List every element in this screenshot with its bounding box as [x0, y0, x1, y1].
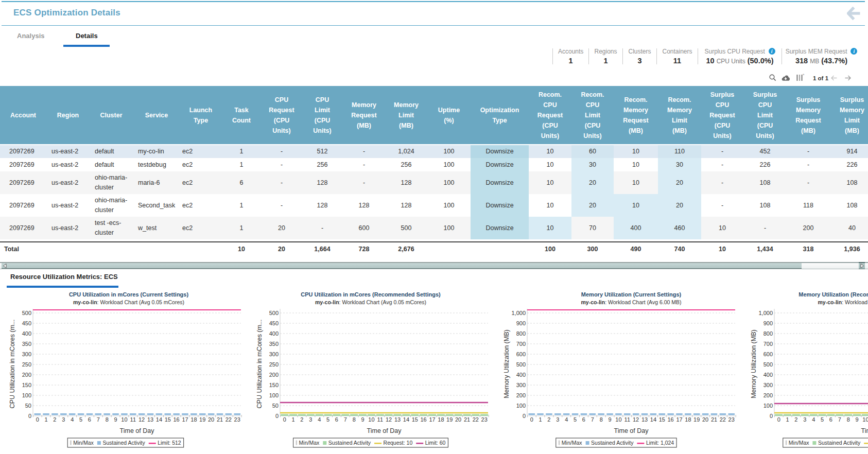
svg-text:1: 1 [45, 416, 48, 423]
svg-text:Sustained Activity: Sustained Activity [102, 440, 145, 446]
svg-text:19: 19 [693, 416, 700, 423]
svg-text:3: 3 [62, 416, 65, 423]
svg-text:500: 500 [269, 310, 279, 316]
svg-text:9: 9 [608, 416, 611, 423]
svg-text:19: 19 [446, 416, 453, 423]
svg-text:11: 11 [377, 416, 383, 423]
svg-text:7: 7 [591, 416, 594, 423]
svg-text:300: 300 [269, 351, 279, 357]
svg-text:21: 21 [464, 416, 470, 423]
svg-text:300: 300 [22, 351, 31, 357]
svg-text:13: 13 [394, 416, 401, 423]
svg-text:Sustained Activity: Sustained Activity [591, 440, 634, 446]
svg-text:2: 2 [547, 416, 550, 423]
svg-text:17: 17 [429, 416, 435, 423]
svg-text:16: 16 [667, 416, 673, 423]
svg-text:Time of Day: Time of Day [367, 427, 402, 434]
svg-text:20: 20 [208, 416, 214, 423]
svg-text:600: 600 [516, 351, 526, 357]
svg-text:800: 800 [763, 330, 773, 337]
svg-text:Memory Utilization (MB): Memory Utilization (MB) [503, 329, 510, 398]
svg-text:7: 7 [838, 416, 841, 423]
svg-text:450: 450 [269, 320, 279, 326]
svg-text:7: 7 [97, 416, 100, 423]
svg-text:9: 9 [855, 416, 858, 423]
svg-text:5: 5 [79, 416, 82, 423]
svg-text:600: 600 [763, 351, 773, 357]
svg-text:900: 900 [763, 320, 773, 326]
svg-text:Request: 10: Request: 10 [384, 440, 413, 446]
svg-text:350: 350 [269, 341, 279, 347]
svg-text:my-co-lin: Workload Chart (Avg: my-co-lin: Workload Chart (Avg 0.05 mCor… [73, 299, 184, 305]
svg-text:11: 11 [624, 416, 630, 423]
svg-text:15: 15 [412, 416, 418, 423]
svg-text:400: 400 [269, 330, 279, 337]
svg-text:8: 8 [106, 416, 109, 423]
svg-text:Min/Max: Min/Max [299, 440, 320, 446]
svg-text:4: 4 [812, 416, 815, 423]
svg-text:100: 100 [269, 392, 279, 398]
svg-text:50: 50 [272, 403, 279, 409]
svg-text:1: 1 [292, 416, 295, 423]
svg-text:2: 2 [794, 416, 797, 423]
svg-text:5: 5 [821, 416, 824, 423]
svg-text:10: 10 [368, 416, 374, 423]
svg-text:Limit: 60: Limit: 60 [425, 440, 446, 446]
svg-text:1: 1 [539, 416, 542, 423]
svg-text:500: 500 [22, 310, 31, 316]
svg-text:700: 700 [516, 341, 526, 347]
svg-text:21: 21 [217, 416, 223, 423]
svg-text:0: 0 [777, 416, 780, 423]
svg-text:12: 12 [138, 416, 145, 423]
svg-text:CPU Utilization in mCores (Rec: CPU Utilization in mCores (Recommended S… [301, 291, 441, 298]
svg-text:22: 22 [225, 416, 232, 423]
svg-text:16: 16 [420, 416, 426, 423]
svg-text:23: 23 [234, 416, 240, 423]
svg-text:8: 8 [847, 416, 850, 423]
svg-text:20: 20 [702, 416, 708, 423]
svg-text:Min/Max: Min/Max [73, 440, 94, 446]
svg-text:7: 7 [344, 416, 347, 423]
svg-text:18: 18 [190, 416, 197, 423]
svg-text:0: 0 [28, 413, 31, 419]
svg-text:15: 15 [165, 416, 171, 423]
svg-text:4: 4 [318, 416, 321, 423]
svg-text:2: 2 [53, 416, 56, 423]
svg-text:12: 12 [633, 416, 639, 423]
svg-text:8: 8 [353, 416, 356, 423]
svg-text:400: 400 [22, 330, 31, 337]
svg-text:200: 200 [22, 372, 31, 378]
svg-text:300: 300 [763, 382, 773, 388]
svg-text:12: 12 [386, 416, 392, 423]
svg-text:0: 0 [770, 413, 773, 419]
svg-text:500: 500 [763, 361, 773, 368]
svg-text:10: 10 [121, 416, 127, 423]
svg-text:0: 0 [36, 416, 39, 423]
svg-text:21: 21 [711, 416, 717, 423]
svg-text:13: 13 [641, 416, 648, 423]
svg-text:Limit: 512: Limit: 512 [158, 440, 181, 446]
svg-text:10: 10 [615, 416, 621, 423]
svg-text:0: 0 [283, 416, 286, 423]
svg-text:22: 22 [720, 416, 726, 423]
svg-text:14: 14 [156, 416, 162, 423]
svg-text:500: 500 [516, 361, 526, 368]
svg-text:10: 10 [862, 416, 868, 423]
svg-text:1,000: 1,000 [758, 310, 773, 316]
svg-text:my-co-lin: Workload Chart (Avg: my-co-lin: Workload Chart (Avg 6.00 MB) [581, 299, 681, 305]
svg-text:0: 0 [275, 413, 279, 419]
svg-text:8: 8 [600, 416, 603, 423]
svg-text:17: 17 [182, 416, 188, 423]
svg-text:Time of Day: Time of Day [120, 427, 155, 434]
svg-text:Memory Utilization (Current Se: Memory Utilization (Current Settings) [581, 291, 682, 298]
svg-text:13: 13 [147, 416, 153, 423]
svg-text:4: 4 [565, 416, 568, 423]
svg-text:900: 900 [516, 320, 526, 326]
svg-text:18: 18 [438, 416, 444, 423]
svg-text:14: 14 [403, 416, 409, 423]
svg-text:3: 3 [556, 416, 559, 423]
svg-text:200: 200 [269, 372, 279, 378]
svg-text:6: 6 [582, 416, 585, 423]
svg-text:my-co-lin: Workload Chart (Avg: my-co-lin: Workload Chart (Avg 5.00 MB) [818, 299, 868, 305]
svg-text:2: 2 [300, 416, 303, 423]
